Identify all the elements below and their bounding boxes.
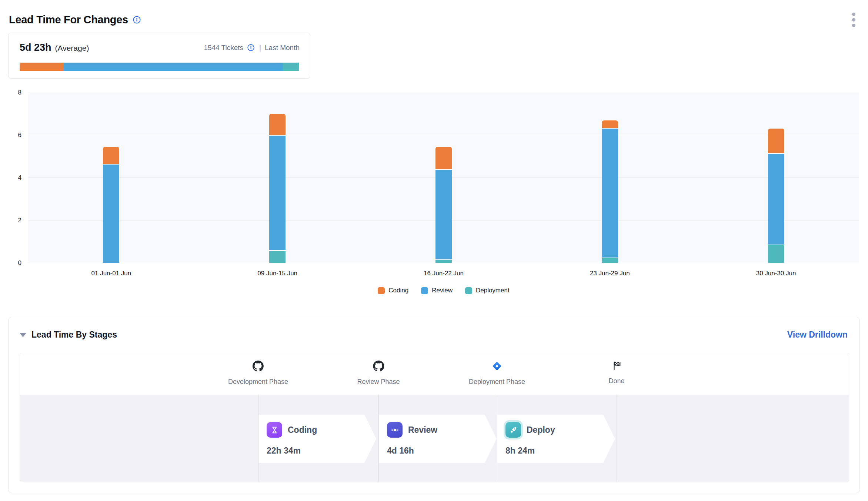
legend-item-review[interactable]: Review bbox=[421, 287, 453, 294]
summary-card: 5d 23h (Average) 1544 Tickets | Last Mon… bbox=[8, 33, 310, 79]
jira-icon bbox=[491, 361, 503, 373]
bar-segment-review bbox=[768, 153, 784, 245]
legend-swatch bbox=[465, 287, 472, 294]
stage-name: Deploy bbox=[527, 425, 555, 435]
milestone-deployment-phase: Deployment Phase bbox=[469, 361, 525, 386]
y-tick-label: 6 bbox=[18, 132, 21, 139]
x-axis-label: 23 Jun-29 Jun bbox=[527, 270, 693, 277]
legend-item-coding[interactable]: Coding bbox=[378, 287, 408, 294]
milestone-review-phase: Review Phase bbox=[357, 361, 400, 386]
bar-segment-deployment bbox=[269, 250, 286, 263]
stages-panel-title: Lead Time By Stages bbox=[31, 330, 117, 340]
milestone-row: Development Phase Review Phase bbox=[20, 353, 849, 395]
legend-swatch bbox=[378, 287, 385, 294]
y-tick-label: 4 bbox=[18, 174, 21, 182]
stage-name: Coding bbox=[288, 425, 317, 435]
legend-label: Review bbox=[432, 287, 453, 294]
bar-01-jun-01-jun[interactable] bbox=[103, 147, 119, 263]
tickets-info-icon[interactable] bbox=[247, 44, 255, 52]
lead-time-chart: 02468 01 Jun-01 Jun09 Jun-15 Jun16 Jun-2… bbox=[9, 93, 859, 294]
lead-time-widget: Lead Time For Changes 5d 23h (Average) 1… bbox=[0, 0, 868, 501]
stage-card-deploy[interactable]: Deploy 8h 24m bbox=[497, 415, 615, 463]
github-icon bbox=[253, 361, 264, 373]
stage-duration: 22h 34m bbox=[267, 446, 376, 456]
y-tick-label: 8 bbox=[18, 89, 21, 96]
chevron-down-icon bbox=[20, 333, 26, 337]
bar-30-jun-30-jun[interactable] bbox=[768, 129, 784, 263]
milestone-development-phase: Development Phase bbox=[228, 361, 288, 386]
chart-legend: CodingReviewDeployment bbox=[28, 287, 859, 294]
x-axis-label: 30 Jun-30 Jun bbox=[693, 270, 859, 277]
milestone-label: Done bbox=[608, 377, 624, 385]
milestone-label: Deployment Phase bbox=[469, 378, 525, 386]
stage-duration: 8h 24m bbox=[505, 446, 615, 456]
summary-distribution-bar bbox=[20, 63, 299, 71]
stage-card-coding[interactable]: Coding 22h 34m bbox=[258, 415, 376, 463]
x-axis-label: 09 Jun-15 Jun bbox=[194, 270, 361, 277]
text-divider: | bbox=[259, 44, 261, 52]
bar-segment-deployment bbox=[435, 259, 452, 263]
y-axis: 02468 bbox=[9, 93, 28, 263]
info-icon[interactable] bbox=[133, 16, 141, 24]
legend-swatch bbox=[421, 287, 428, 294]
bar-segment-deployment bbox=[768, 245, 784, 263]
column-divider bbox=[378, 395, 379, 482]
average-lead-time-value: 5d 23h bbox=[20, 42, 51, 53]
stages-body: Coding 22h 34m Review bbox=[20, 395, 849, 482]
y-tick-label: 0 bbox=[18, 259, 21, 267]
gridline bbox=[28, 263, 859, 263]
average-label: (Average) bbox=[55, 44, 89, 53]
plot-area bbox=[28, 93, 859, 263]
stage-card-review[interactable]: Review 4d 16h bbox=[379, 415, 497, 463]
milestone-label: Review Phase bbox=[357, 378, 400, 386]
bar-23-jun-29-jun[interactable] bbox=[602, 120, 618, 263]
column-divider bbox=[617, 395, 617, 482]
bar-segment-review bbox=[602, 128, 618, 258]
legend-label: Deployment bbox=[476, 287, 510, 294]
stages-table: Development Phase Review Phase bbox=[20, 353, 849, 482]
column-divider bbox=[258, 395, 258, 482]
milestone-done: Done bbox=[608, 361, 624, 385]
view-drilldown-link[interactable]: View Drilldown bbox=[787, 330, 848, 340]
period-label: Last Month bbox=[265, 44, 300, 52]
page-title: Lead Time For Changes bbox=[9, 14, 128, 26]
summary-bar-segment-deployment bbox=[283, 63, 299, 71]
milestone-label: Development Phase bbox=[228, 378, 288, 386]
legend-item-deployment[interactable]: Deployment bbox=[465, 287, 510, 294]
checkered-flag-icon bbox=[611, 361, 622, 372]
bar-segment-review bbox=[103, 164, 119, 263]
column-divider bbox=[497, 395, 497, 482]
bar-segment-coding bbox=[602, 120, 618, 128]
summary-bar-segment-coding bbox=[20, 63, 64, 71]
kebab-menu-icon[interactable] bbox=[850, 10, 858, 29]
legend-label: Coding bbox=[388, 287, 408, 294]
bar-16-jun-22-jun[interactable] bbox=[435, 147, 452, 263]
tickets-count: 1544 Tickets bbox=[204, 44, 243, 52]
hourglass-icon bbox=[267, 422, 282, 438]
bar-segment-deployment bbox=[602, 258, 618, 263]
y-tick-label: 2 bbox=[18, 217, 21, 224]
stage-duration: 4d 16h bbox=[387, 446, 497, 456]
summary-bar-segment-review bbox=[64, 63, 283, 71]
collapse-stages-toggle[interactable]: Lead Time By Stages bbox=[20, 330, 117, 340]
bar-segment-review bbox=[269, 135, 286, 250]
bar-segment-coding bbox=[103, 147, 119, 164]
x-axis-labels: 01 Jun-01 Jun09 Jun-15 Jun16 Jun-22 Jun2… bbox=[28, 270, 859, 277]
x-axis-label: 16 Jun-22 Jun bbox=[361, 270, 527, 277]
stage-name: Review bbox=[408, 425, 437, 435]
gridline bbox=[28, 93, 859, 93]
gridline bbox=[28, 135, 859, 135]
lead-time-by-stages-panel: Lead Time By Stages View Drilldown Devel… bbox=[8, 317, 860, 493]
x-axis-label: 01 Jun-01 Jun bbox=[28, 270, 194, 277]
github-icon bbox=[373, 361, 384, 373]
bar-segment-coding bbox=[269, 114, 286, 135]
bar-09-jun-15-jun[interactable] bbox=[269, 114, 286, 263]
bar-segment-review bbox=[435, 169, 452, 259]
bar-segment-coding bbox=[435, 147, 452, 169]
commit-icon bbox=[387, 422, 403, 438]
bar-segment-coding bbox=[768, 129, 784, 153]
widget-header: Lead Time For Changes bbox=[9, 10, 858, 29]
rocket-icon bbox=[505, 422, 521, 438]
